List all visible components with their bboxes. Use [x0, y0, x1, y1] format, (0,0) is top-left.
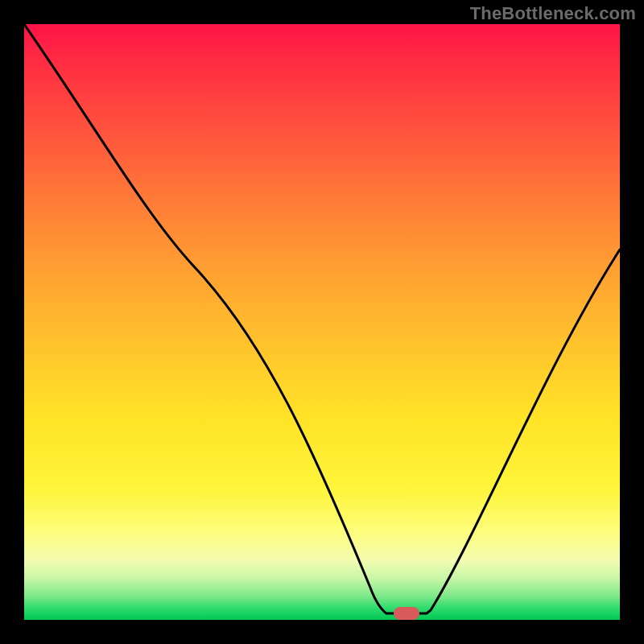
curve-path	[24, 24, 620, 613]
optimal-point-marker	[394, 607, 419, 620]
bottleneck-curve	[24, 24, 620, 620]
chart-container: TheBottleneck.com	[0, 0, 644, 644]
watermark-text: TheBottleneck.com	[470, 3, 636, 24]
plot-area	[24, 24, 620, 620]
